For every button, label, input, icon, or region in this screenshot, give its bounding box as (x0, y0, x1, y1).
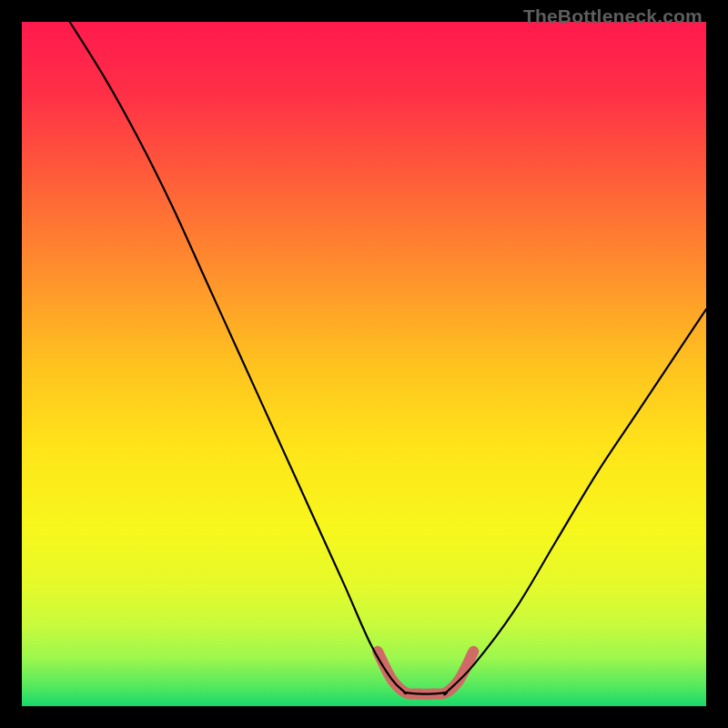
watermark-label: TheBottleneck.com (523, 5, 703, 27)
chart-frame: TheBottleneck.com (0, 0, 728, 728)
plot-area (22, 22, 706, 706)
gradient-background (22, 22, 706, 706)
chart-svg (22, 22, 706, 706)
